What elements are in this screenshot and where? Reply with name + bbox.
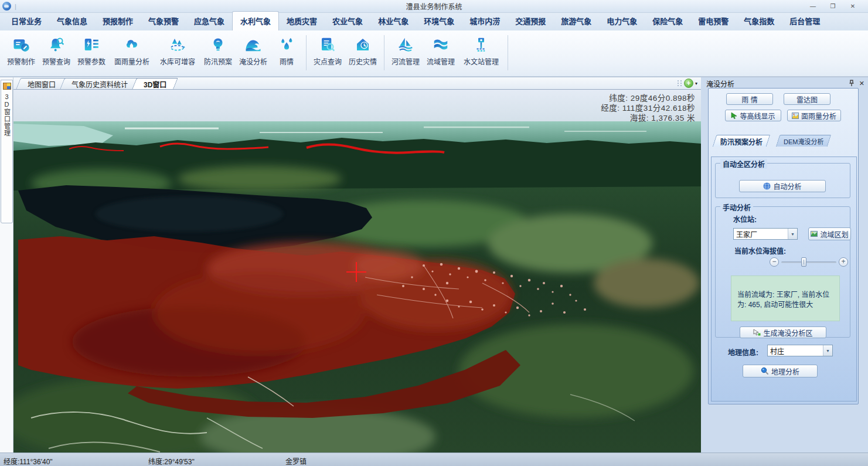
auto-analyze-button[interactable]: 自动分析 (739, 180, 826, 192)
flood-plan-tab-content: 自动全区分析 自动分析 手动分析 水位站: 王家 (711, 157, 857, 402)
menu-item-urban-flood[interactable]: 城市内涝 (462, 12, 508, 30)
disaster-point-query-button[interactable]: 灾点查询 (310, 34, 345, 68)
area-rainfall-button[interactable]: 面雨量分析 (109, 34, 155, 68)
rain-info-button[interactable]: 雨情 (271, 34, 302, 68)
menu-item-geology[interactable]: 地质灾害 (279, 12, 325, 30)
status-bar: 经度:111°36'40" 纬度:29°49'53" 金罗镇 (0, 453, 868, 466)
picture-chart-icon (792, 113, 799, 119)
title-bar: | 澧县业务制作系统 — ❐ ✕ (0, 0, 868, 13)
menu-item-insurance[interactable]: 保险气象 (645, 12, 690, 30)
maximize-button[interactable]: ❐ (826, 2, 840, 11)
auto-analysis-legend: 自动全区分析 (720, 159, 767, 169)
tab-list-caret-icon[interactable]: ▾ (695, 81, 697, 86)
slider-minus-button[interactable]: − (770, 257, 779, 267)
minimize-button[interactable]: — (806, 2, 820, 11)
tab-weather-history-stats[interactable]: 气象历史资料统计 (62, 78, 137, 89)
geo-analyze-button[interactable]: 地理分析 (743, 365, 818, 377)
altitude-readout: 海拔: 1,376.35 米 (601, 113, 695, 123)
toolbar-button-label: 历史灾情 (349, 56, 377, 66)
add-view-button[interactable]: + (684, 79, 693, 88)
auto-analysis-group: 自动全区分析 自动分析 (715, 163, 850, 198)
menu-bar: 日常业务 气象信息 预报制作 气象预警 应急气象 水利气象 地质灾害 农业气象 … (0, 13, 868, 30)
menu-item-admin[interactable]: 后台管理 (782, 12, 828, 30)
radar-chart-button[interactable]: 雷达图 (784, 93, 830, 105)
river-mgmt-icon (397, 36, 414, 53)
basin-mgmt-icon (432, 36, 450, 53)
basin-division-button[interactable]: 流域区划 (808, 227, 851, 240)
warning-params-button[interactable]: 预警参数 (74, 34, 109, 68)
cursor-generate-icon (753, 329, 761, 336)
status-town: 金罗镇 (285, 456, 307, 466)
menu-item-emergency[interactable]: 应急气象 (186, 12, 232, 30)
menu-item-hydrology[interactable]: 水利气象 (232, 11, 279, 30)
river-mgmt-button[interactable]: 河流管理 (388, 34, 423, 68)
tab-map-window[interactable]: 地图窗口 (18, 78, 65, 89)
combo-dropdown-icon[interactable]: ▼ (823, 345, 832, 356)
menu-item-index[interactable]: 气象指数 (736, 12, 782, 30)
warning-create-button[interactable]: 预警制作 (4, 34, 39, 68)
history-disaster-icon (354, 36, 372, 53)
terrain-scene (13, 90, 701, 453)
water-station-combo[interactable]: 王家厂 ▼ (733, 228, 798, 240)
slider-plus-button[interactable]: + (839, 257, 848, 267)
geo-info-combo[interactable]: 村庄 ▼ (767, 345, 833, 356)
manual-analysis-group: 手动分析 水位站: 王家厂 ▼ 流域区划 当前水位海拔值: (715, 206, 850, 338)
tabstrip-grip-handle[interactable] (678, 80, 682, 86)
panel-close-icon[interactable]: ✕ (859, 80, 864, 87)
water-level-slider-thumb[interactable] (801, 257, 806, 267)
menu-item-agriculture[interactable]: 农业气象 (325, 12, 370, 30)
rain-situation-button[interactable]: 雨 情 (726, 93, 773, 105)
submerge-analysis-panel: 淹没分析 ✕ 雨 情 雷达图 等高线显示 (701, 77, 868, 453)
water-station-value: 王家厂 (734, 229, 788, 239)
left-dock-column: 3D窗口管理 (0, 77, 13, 453)
water-level-slider-track[interactable] (781, 261, 836, 263)
combo-dropdown-icon[interactable]: ▼ (788, 229, 797, 239)
toolbar-button-label: 流域管理 (427, 56, 455, 66)
app-window: | 澧县业务制作系统 — ❐ ✕ 日常业务 气象信息 预报制作 气象预警 应急气… (0, 0, 868, 466)
warning-query-button[interactable]: 预警查询 (39, 34, 74, 68)
contour-display-button[interactable]: 等高线显示 (725, 110, 781, 121)
toolbar-group-warning: 预警制作 预警查询 预警参数 (4, 34, 302, 68)
menu-item-daily[interactable]: 日常业务 (4, 12, 49, 30)
warning-create-icon (12, 36, 30, 53)
dock-tab-3d-window-manager[interactable]: 3D窗口管理 (1, 80, 13, 223)
magnifier-icon (761, 367, 769, 375)
history-disaster-button[interactable]: 历史灾情 (345, 34, 380, 68)
menu-item-lightning[interactable]: 雷电预警 (690, 12, 736, 30)
hydro-station-mgmt-button[interactable]: 水文站管理 (458, 34, 504, 68)
toolbar-button-label: 水库可增容 (160, 56, 195, 66)
tab-dem-submerge-analysis[interactable]: DEM淹没分析 (778, 135, 829, 147)
toolbar-button-label: 河流管理 (392, 56, 420, 66)
status-latitude: 纬度:29°49'53" (148, 456, 195, 466)
document-tabstrip: 地图窗口 气象历史资料统计 3D窗口 + ▾ (13, 77, 701, 90)
green-cursor-icon (731, 112, 737, 119)
submerge-analysis-icon (244, 36, 262, 53)
menu-item-weather-info[interactable]: 气象信息 (49, 12, 95, 30)
toolbar-button-label: 预警参数 (77, 56, 105, 66)
toolbar-button-label: 水文站管理 (464, 56, 499, 66)
tab-3d-window[interactable]: 3D窗口 (134, 78, 176, 89)
toolbar-button-label: 预警制作 (7, 56, 35, 66)
flood-plan-button[interactable]: 防汛预案 (200, 34, 236, 68)
area-rainfall-panel-button[interactable]: 面雨量分析 (787, 110, 841, 121)
menu-item-forestry[interactable]: 林业气象 (370, 12, 416, 30)
menu-item-environment[interactable]: 环境气象 (416, 12, 462, 30)
menu-item-tourism[interactable]: 旅游气象 (553, 12, 599, 30)
menu-item-traffic[interactable]: 交通预报 (508, 12, 553, 30)
toolbar-button-label: 雨情 (280, 56, 294, 66)
submerge-analysis-button[interactable]: 淹没分析 (236, 34, 271, 68)
pin-icon[interactable] (849, 80, 855, 87)
toolbar-button-label: 面雨量分析 (114, 56, 149, 66)
toolbar-button-label: 防汛预案 (204, 56, 232, 66)
menu-item-power[interactable]: 电力气象 (599, 12, 645, 30)
toolbar-separator (306, 35, 307, 70)
generate-submerge-area-button[interactable]: 生成淹没分析区 (740, 326, 826, 338)
tab-flood-plan-analysis[interactable]: 防汛预案分析 (714, 135, 768, 147)
map-3d-viewport[interactable]: 纬度: 29度46分0.898秒 经度: 111度31分42.618秒 海拔: … (13, 90, 701, 453)
basin-mgmt-button[interactable]: 流域管理 (423, 34, 458, 68)
close-button[interactable]: ✕ (846, 2, 860, 11)
reservoir-capacity-button[interactable]: 水库可增容 (155, 34, 200, 68)
menu-item-warning[interactable]: 气象预警 (141, 12, 186, 30)
globe-icon (763, 182, 771, 190)
menu-item-forecast[interactable]: 预报制作 (95, 12, 141, 30)
